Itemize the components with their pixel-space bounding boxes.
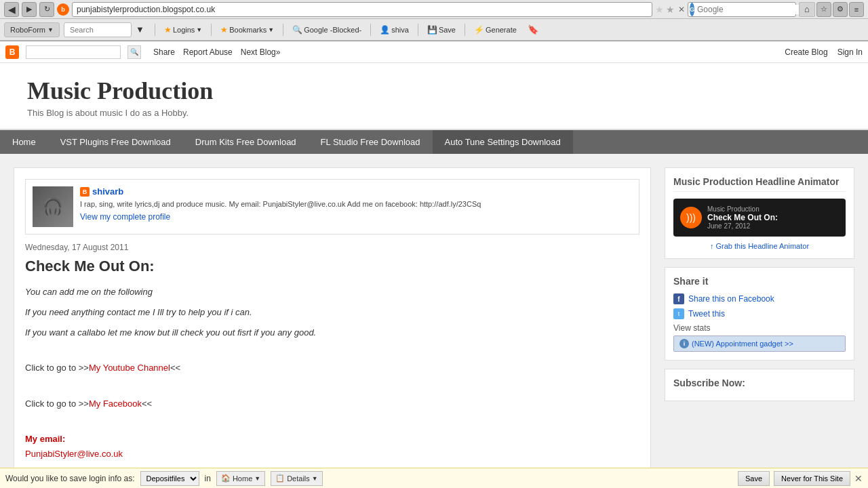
- next-blog-link[interactable]: Next Blog»: [241, 47, 281, 57]
- toolbar-search-input[interactable]: [64, 22, 132, 37]
- nav-drum[interactable]: Drum Kits Free Download: [183, 130, 309, 154]
- roboform-arrow: ▼: [47, 26, 54, 33]
- save-icon: 💾: [427, 25, 437, 35]
- blogger-search-input[interactable]: [26, 45, 121, 59]
- profile-description: I rap, sing, write lyrics,dj and produce…: [80, 199, 481, 209]
- ha-date: June 27, 2012: [707, 222, 778, 230]
- browser-search-area: G 🔍: [688, 2, 796, 17]
- nav-fl[interactable]: FL Studio Free Download: [309, 130, 433, 154]
- back-button[interactable]: ◀: [4, 2, 19, 17]
- google-icon: G: [690, 3, 694, 16]
- blogger-b-icon: B: [80, 187, 90, 197]
- sidebar: Music Production Headline Animator ))) M…: [665, 167, 854, 488]
- save-bar-close-button[interactable]: ✕: [854, 471, 863, 486]
- post-date: Wednesday, 17 August 2011: [25, 243, 639, 252]
- nav-vst[interactable]: VST Plugins Free Download: [48, 130, 183, 154]
- profile-info: B shivarb I rap, sing, write lyrics,dj a…: [80, 186, 481, 227]
- sign-in-link[interactable]: Sign In: [837, 47, 863, 57]
- save-bar-prompt: Would you like to save login info as:: [5, 474, 135, 483]
- save-bookmark[interactable]: 💾 Save: [424, 24, 459, 36]
- blog-post: Wednesday, 17 August 2011 Check Me Out O…: [25, 243, 639, 488]
- nav-autotune[interactable]: Auto Tune Settings Download: [433, 130, 573, 154]
- profile-section: 🎧 B shivarb I rap, sing, write lyrics,dj…: [25, 179, 639, 235]
- save-bar-dropdown[interactable]: Depositfiles: [140, 471, 199, 486]
- url-clear-button[interactable]: ✕: [678, 5, 685, 14]
- create-blog-link[interactable]: Create Blog: [785, 47, 827, 57]
- home-location-button[interactable]: 🏠 Home ▼: [216, 471, 265, 486]
- shiva-bookmark[interactable]: 👤 shiva: [376, 24, 412, 36]
- separator1: [155, 24, 155, 36]
- home-location-icon: 🏠: [221, 474, 231, 483]
- email-label: My email:: [25, 434, 65, 444]
- post-title: Check Me Out On:: [25, 258, 639, 275]
- share-widget: Share it f Share this on Facebook t Twee…: [665, 267, 854, 361]
- bookmark-icon: 🔖: [528, 24, 538, 35]
- ha-text-block: Music Production Check Me Out On: June 2…: [707, 205, 778, 230]
- url-bar[interactable]: punjabistylerproduction.blogspot.co.uk: [72, 2, 652, 17]
- share-facebook-item[interactable]: f Share this on Facebook: [673, 293, 846, 304]
- ha-post-title: Check Me Out On:: [707, 213, 778, 222]
- home-button[interactable]: ⌂: [799, 2, 815, 17]
- save-label: Save: [439, 26, 456, 34]
- forward-button[interactable]: ▶: [22, 2, 37, 17]
- reload-button[interactable]: ↻: [39, 2, 54, 17]
- logins-bookmark[interactable]: ★ Logins ▼: [161, 24, 205, 36]
- profile-name[interactable]: B shivarb: [80, 186, 481, 197]
- appointment-gadget-link[interactable]: i (NEW) Appointment gadget >>: [673, 336, 846, 352]
- report-abuse-link[interactable]: Report Abuse: [183, 47, 233, 57]
- google-blocked-icon: 🔍: [292, 25, 302, 35]
- share-link[interactable]: Share: [153, 47, 175, 57]
- facebook-icon: f: [673, 293, 684, 304]
- home-location-label: Home: [233, 474, 252, 483]
- blogger-logo: B: [5, 45, 19, 59]
- search-input[interactable]: [696, 5, 800, 14]
- email-address[interactable]: PunjabiStyler@live.co.uk: [25, 449, 123, 459]
- toolbar-search-btn[interactable]: ▼: [136, 24, 149, 35]
- bookmarks-bookmark[interactable]: ★ Bookmarks ▼: [217, 24, 277, 36]
- share-title: Share it: [673, 276, 846, 287]
- bookmark-star[interactable]: ★: [655, 4, 664, 15]
- tools-button[interactable]: ⚙: [833, 2, 848, 17]
- bookmarks-arrow: ▼: [268, 26, 274, 33]
- menu-button[interactable]: ≡: [849, 2, 864, 17]
- bookmarks-star: ★: [220, 25, 228, 35]
- separator6: [465, 24, 465, 36]
- appointment-label: (NEW) Appointment gadget >>: [692, 340, 793, 348]
- share-twitter-item[interactable]: t Tweet this: [673, 308, 846, 319]
- facebook-link[interactable]: My Facebook: [89, 399, 142, 409]
- roboform-button[interactable]: RoboForm ▼: [4, 22, 60, 37]
- subscribe-title: Subscribe Now:: [673, 378, 846, 388]
- save-bar-never-button[interactable]: Never for This Site: [774, 471, 850, 486]
- post-body: You can add me on the following If you n…: [25, 285, 639, 488]
- ha-grab-link[interactable]: ↑ Grab this Headline Animator: [673, 242, 846, 250]
- generate-icon: ⚡: [474, 25, 484, 35]
- headline-animator-widget: Music Production Headline Animator ))) M…: [665, 167, 854, 259]
- share-twitter-link[interactable]: Tweet this: [688, 309, 725, 319]
- blog-description: This Blog is about music I do as a Hobby…: [27, 108, 841, 118]
- shiva-label: shiva: [391, 26, 409, 34]
- ha-blog-name: Music Production: [707, 205, 778, 213]
- blogger-search-button[interactable]: 🔍: [127, 45, 141, 59]
- save-bar-in-text: in: [205, 474, 211, 483]
- subscribe-widget: Subscribe Now:: [665, 369, 854, 401]
- nav-home[interactable]: Home: [0, 130, 48, 154]
- post-para2: If you need anything contact me I Ill tr…: [25, 305, 639, 320]
- headline-widget-title: Music Production Headline Animator: [673, 176, 846, 192]
- bookmark-icon-btn[interactable]: 🔖: [524, 23, 542, 36]
- save-bar-save-button[interactable]: Save: [738, 471, 770, 486]
- separator4: [370, 24, 371, 36]
- share-facebook-link[interactable]: Share this on Facebook: [688, 294, 774, 304]
- rss-symbol: ))): [686, 212, 696, 223]
- bookmark-star2[interactable]: ★: [666, 4, 675, 15]
- details-button[interactable]: 📋 Details ▼: [271, 471, 323, 486]
- headline-animator: ))) Music Production Check Me Out On: Ju…: [673, 199, 846, 237]
- twitter-icon: t: [673, 308, 684, 319]
- youtube-line: Click to go to >>My Youtube Channel<<: [25, 361, 639, 375]
- generate-bookmark[interactable]: ⚡ Generate: [471, 24, 520, 36]
- youtube-link[interactable]: My Youtube Channel: [89, 363, 170, 373]
- shiva-icon: 👤: [380, 25, 390, 35]
- google-blocked-bookmark[interactable]: 🔍 Google -Blocked-: [289, 24, 365, 36]
- separator3: [283, 24, 283, 36]
- bookmarks-button[interactable]: ☆: [816, 2, 831, 17]
- view-profile-link[interactable]: View my complete profile: [80, 212, 481, 222]
